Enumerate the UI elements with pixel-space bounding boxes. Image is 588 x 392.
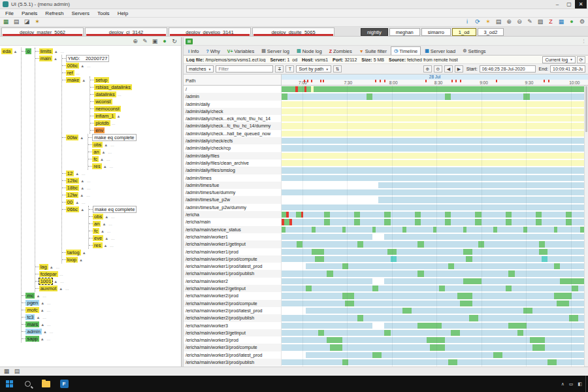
start-button[interactable] <box>0 376 18 392</box>
tree-node[interactable]: infiam_1 <box>94 113 115 119</box>
timeline-row[interactable]: /ericha/main/worker1/prod <box>184 248 584 255</box>
timeline-row[interactable]: /admin/daily/check...hall_be_queued_now <box>184 130 584 137</box>
tree-node[interactable]: auxmot <box>39 286 58 291</box>
toolbar-right-icon-4[interactable]: ⊕ <box>505 18 513 25</box>
toolbar-right-icon-7[interactable]: ▨ <box>536 18 544 25</box>
timeline-row[interactable]: /ericha/main/worker3/prod/compute <box>184 344 584 351</box>
server-button[interactable]: nightly <box>361 28 388 36</box>
timeline-row[interactable]: /ericha/main/worker2 <box>184 278 584 285</box>
vertical-scrollbar[interactable] <box>584 86 588 367</box>
zoom-in-icon[interactable]: ⊕ <box>423 65 432 73</box>
tree-node[interactable]: make <box>66 77 80 83</box>
tree-toolbar-icon-3[interactable]: ● <box>161 38 169 45</box>
tree-node[interactable]: tarlog <box>66 250 81 255</box>
timeline-row[interactable]: /admin/daily/files/clean_archive <box>184 159 584 167</box>
tree-node[interactable]: pgen <box>25 300 39 306</box>
tree-toolbar-icon-0[interactable]: ⊕ <box>131 38 139 45</box>
toolbar-left-icon-1[interactable]: ▤ <box>12 18 20 25</box>
toolbar-right-icon-3[interactable]: ▤ <box>495 18 502 25</box>
tab-server-load[interactable]: ▦Server load <box>421 46 459 55</box>
menu-item-servers[interactable]: Servers <box>67 10 93 16</box>
tree-node[interactable]: 12bc <box>66 178 79 184</box>
maximize-button[interactable]: ▢ <box>563 0 575 8</box>
tree-node[interactable]: setup <box>94 77 108 83</box>
server-button[interactable]: 1_od <box>452 28 476 36</box>
timeline-row[interactable]: /ericha/main/worker2/prod/publish <box>184 314 584 321</box>
toolbar-right-icon-5[interactable]: ⊖ <box>515 18 523 25</box>
period-next-button[interactable]: ▶ <box>455 65 463 73</box>
sort-select[interactable]: Sort by path ▼ <box>296 65 331 73</box>
timeline-row[interactable]: /ericha/main/worker2/prod <box>184 292 584 299</box>
task-filter-toggle[interactable]: T <box>275 65 284 73</box>
zoom-out-icon[interactable]: ⊖ <box>434 65 442 73</box>
tab-why[interactable]: ?Why <box>203 46 223 55</box>
tree-node[interactable]: datalinks <box>94 91 116 97</box>
timeline-row[interactable]: /ericha/main/worker2/prod/latest_prod <box>184 307 584 314</box>
panel-menu-icon[interactable]: ⋮ <box>581 39 586 44</box>
timeline-row[interactable]: /ericha/main/worker2/prod/compute <box>184 300 584 307</box>
toolbar-left-icon-3[interactable]: ✶ <box>33 18 41 25</box>
menu-item-file[interactable]: File <box>1 10 18 16</box>
toolbar-right-icon-8[interactable]: Z <box>547 18 555 25</box>
timeline-row[interactable]: /admin/daily/check <box>184 108 584 115</box>
timeline-row[interactable]: /admin/daily <box>184 101 584 108</box>
timeline-row[interactable]: /admin/daily/files <box>184 152 584 159</box>
tree-node[interactable]: main <box>39 56 52 61</box>
reload-log-button[interactable]: ⟳ <box>577 56 585 63</box>
server-button[interactable]: simarro <box>421 28 451 36</box>
tab-info[interactable]: iInfo <box>185 46 202 55</box>
statusbar-icon-0[interactable]: ▦ <box>3 368 10 375</box>
tree-node[interactable]: an <box>92 149 100 155</box>
timeline-row[interactable]: /admin/times/tue_p2w/dummy <box>184 204 584 211</box>
tab-variables[interactable]: V+Variables <box>224 46 257 55</box>
tree-toolbar-icon-1[interactable]: ✎ <box>141 38 149 45</box>
text-filter-toggle[interactable]: T <box>286 65 294 73</box>
tree-node[interactable]: 06bc <box>66 206 79 212</box>
tree-toolbar-icon-2[interactable]: ▣ <box>151 38 159 45</box>
server-button[interactable]: meghan <box>389 28 420 36</box>
timeline-row[interactable]: /admin/times/tue <box>184 182 584 189</box>
start-time-input[interactable] <box>480 65 536 73</box>
tree-node[interactable]: admin <box>25 329 41 335</box>
timeline-row[interactable]: /admin/daily/check/ecfs <box>184 137 584 144</box>
tree-node[interactable]: sapp <box>25 336 39 342</box>
timeline-row[interactable]: /ericha/main/worker3/prod <box>184 336 584 344</box>
tray-icon-1[interactable]: ▭ <box>569 382 574 387</box>
timeline-row[interactable]: /ericha/main/worker1/prod/compute <box>184 255 584 263</box>
server-tab[interactable]: deploy_master_5062 <box>1 27 84 36</box>
tab-zombies[interactable]: ZZombies <box>326 46 355 55</box>
tree-node[interactable]: res <box>93 242 102 248</box>
tree-node[interactable]: 12lw <box>66 192 78 198</box>
timeline-row[interactable]: /admin/times/tue_p2w <box>184 196 584 203</box>
path-column-header[interactable]: Path <box>184 74 282 85</box>
tab-suite-filter[interactable]: ▼Suite filter <box>356 46 390 55</box>
timeline-row[interactable]: /ericha/main/worker1/prod/publish <box>184 270 584 277</box>
search-button[interactable] <box>18 376 37 392</box>
tree-node[interactable]: mars <box>25 321 39 327</box>
close-button[interactable]: ✕ <box>575 0 587 8</box>
timeline-row[interactable]: /ericha/main/worker3/getinput <box>184 329 584 336</box>
tree-node[interactable]: lag <box>39 264 48 270</box>
panel-handle-icon[interactable]: ▤ <box>186 39 193 44</box>
tree-node[interactable]: eve <box>93 235 103 241</box>
timeline-row[interactable]: /ericha/main/service_status <box>184 226 584 233</box>
minimize-button[interactable]: – <box>551 0 563 8</box>
toolbar-right-icon-11[interactable]: ⚙ <box>578 18 586 25</box>
tree-node[interactable]: fc <box>93 228 99 234</box>
ecflow-app-button[interactable]: F <box>55 376 73 392</box>
timeline-row[interactable]: /ericha <box>184 211 584 218</box>
tab-server-log[interactable]: ▤Server log <box>258 46 293 55</box>
matches-select[interactable]: matches ▼ <box>186 65 214 73</box>
timeline-row[interactable]: /admin/times <box>184 174 584 182</box>
scrollbar-thumb[interactable] <box>585 86 587 132</box>
time-ruler[interactable]: 28 Jul 7:007:308:008:309:009:3010:00 <box>282 74 588 85</box>
tree-node[interactable]: 00lw <box>66 135 78 140</box>
toolbar-right-icon-6[interactable]: ✎ <box>526 18 534 25</box>
toolbar-left-icon-2[interactable]: ◪ <box>23 18 31 25</box>
tree-node[interactable]: nemoconst <box>94 106 121 112</box>
timeline-row[interactable]: /admin/daily/check...eck_mofc_thu_hc_14 <box>184 115 584 122</box>
server-tab[interactable]: deploy_ci_3142 <box>85 27 167 36</box>
tab-settings[interactable]: ⚙Settings <box>459 46 489 55</box>
tree-node[interactable]: plotdb <box>94 120 110 126</box>
tree-node[interactable]: an <box>93 221 101 227</box>
